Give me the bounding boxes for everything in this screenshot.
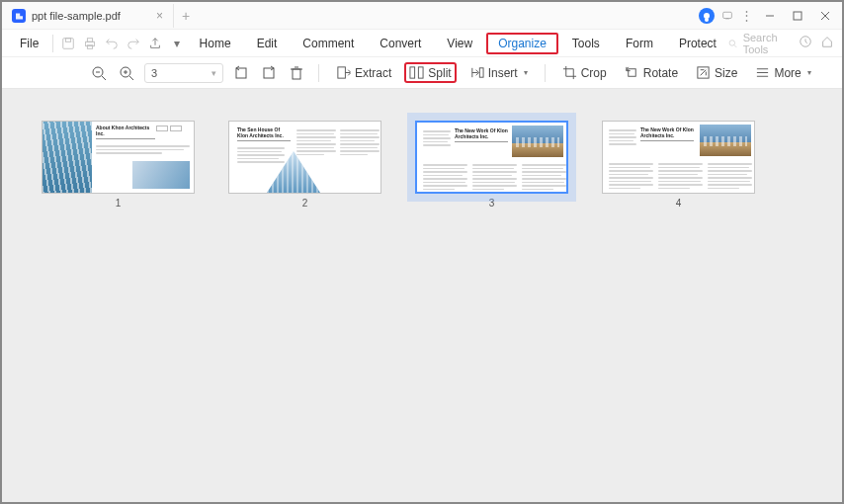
split-icon xyxy=(409,65,424,80)
tab-filename: ppt file-sample.pdf xyxy=(32,10,121,22)
page-thumbnail-1[interactable]: About Khon Architects Inc. 1 xyxy=(42,121,195,209)
tab-tools[interactable]: Tools xyxy=(560,33,612,54)
rotate-right-icon[interactable] xyxy=(259,63,279,83)
svg-rect-5 xyxy=(63,38,74,48)
thumbnail-view: About Khon Architects Inc. 1 The Sen Hou… xyxy=(2,89,842,502)
zoom-out-icon[interactable] xyxy=(89,63,109,83)
page-preview: About Khon Architects Inc. xyxy=(42,121,195,194)
more-button[interactable]: More ▾ xyxy=(750,62,815,83)
svg-rect-22 xyxy=(293,69,300,79)
quick-toolbar-dropdown-icon[interactable]: ▾ xyxy=(170,35,184,52)
page-number-label: 2 xyxy=(302,198,308,209)
print-icon[interactable] xyxy=(83,35,97,52)
maximize-button[interactable] xyxy=(787,5,808,27)
more-menu-icon[interactable]: ⋮ xyxy=(740,8,753,23)
pdf-icon xyxy=(12,9,26,23)
page-preview: The Sen House Of Klon Architects Inc. xyxy=(228,121,381,194)
save-icon[interactable] xyxy=(61,35,75,52)
size-button[interactable]: Size xyxy=(691,62,742,83)
svg-rect-6 xyxy=(65,38,70,42)
minimize-button[interactable] xyxy=(759,5,781,27)
user-avatar-icon[interactable] xyxy=(699,8,715,24)
extract-icon xyxy=(336,65,351,80)
svg-rect-8 xyxy=(87,38,92,42)
tab-edit[interactable]: Edit xyxy=(245,33,290,54)
size-icon xyxy=(696,65,711,80)
new-tab-button[interactable]: + xyxy=(174,8,198,24)
svg-point-10 xyxy=(729,40,734,44)
svg-rect-26 xyxy=(410,67,415,78)
page-number-label: 3 xyxy=(489,198,495,209)
search-icon xyxy=(728,38,737,49)
insert-icon xyxy=(469,65,484,80)
svg-rect-27 xyxy=(419,67,424,78)
menu-tabs: Home Edit Comment Convert View Organize … xyxy=(188,33,728,54)
svg-line-19 xyxy=(129,76,133,80)
page-thumbnail-2[interactable]: The Sen House Of Klon Architects Inc. 2 xyxy=(228,121,381,209)
chevron-down-icon: ▾ xyxy=(807,68,811,77)
delete-icon[interactable] xyxy=(287,63,306,83)
tab-convert[interactable]: Convert xyxy=(368,33,433,54)
tab-view[interactable]: View xyxy=(435,33,484,54)
close-tab-icon[interactable]: × xyxy=(156,9,163,23)
separator xyxy=(545,64,546,82)
separator xyxy=(318,64,319,82)
svg-rect-28 xyxy=(479,68,483,77)
rotate-button[interactable]: Rotate xyxy=(620,62,683,83)
share-icon[interactable] xyxy=(148,35,162,52)
history-icon[interactable] xyxy=(799,35,812,51)
search-tools[interactable]: Search Tools xyxy=(728,32,789,55)
page-thumbnail-3[interactable]: The New Work Of Klon Architects Inc. 3 xyxy=(415,121,568,209)
tab-home[interactable]: Home xyxy=(188,33,243,54)
svg-line-15 xyxy=(102,76,106,80)
tab-protect[interactable]: Protect xyxy=(667,33,728,54)
svg-rect-25 xyxy=(338,67,346,78)
page-number-label: 4 xyxy=(676,198,682,209)
zoom-in-icon[interactable] xyxy=(117,63,136,83)
insert-button[interactable]: Insert ▾ xyxy=(464,62,533,83)
chevron-down-icon: ▾ xyxy=(524,68,528,77)
document-tab[interactable]: ppt file-sample.pdf × xyxy=(2,4,174,28)
chevron-down-icon: ▾ xyxy=(211,68,216,78)
feedback-icon[interactable] xyxy=(720,9,734,23)
page-preview: The New Work Of Klon Architects Inc. xyxy=(602,121,755,194)
split-button[interactable]: Split xyxy=(404,62,456,83)
search-placeholder: Search Tools xyxy=(743,32,789,55)
svg-rect-0 xyxy=(723,12,732,18)
page-number-field[interactable]: 3 ▾ xyxy=(144,63,223,83)
rotate-left-icon[interactable] xyxy=(231,63,251,83)
tab-organize[interactable]: Organize xyxy=(486,33,558,54)
page-value: 3 xyxy=(151,67,157,79)
undo-icon[interactable] xyxy=(105,35,119,52)
page-preview: The New Work Of Klon Architects Inc. xyxy=(415,121,568,194)
crop-button[interactable]: Crop xyxy=(557,62,612,83)
more-icon xyxy=(755,65,770,80)
page-number-label: 1 xyxy=(116,198,122,209)
rotate-icon xyxy=(625,65,639,80)
extract-button[interactable]: Extract xyxy=(331,62,396,83)
crop-icon xyxy=(562,65,577,80)
svg-rect-29 xyxy=(628,69,635,77)
svg-line-11 xyxy=(734,44,736,46)
close-window-button[interactable] xyxy=(814,5,836,27)
tab-comment[interactable]: Comment xyxy=(291,33,366,54)
redo-icon[interactable] xyxy=(127,35,140,52)
separator xyxy=(52,35,53,52)
file-menu[interactable]: File xyxy=(10,37,48,50)
tab-form[interactable]: Form xyxy=(614,33,665,54)
page-thumbnail-4[interactable]: The New Work Of Klon Architects Inc. 4 xyxy=(602,121,755,209)
svg-rect-2 xyxy=(794,12,802,20)
home-icon[interactable] xyxy=(820,35,834,51)
